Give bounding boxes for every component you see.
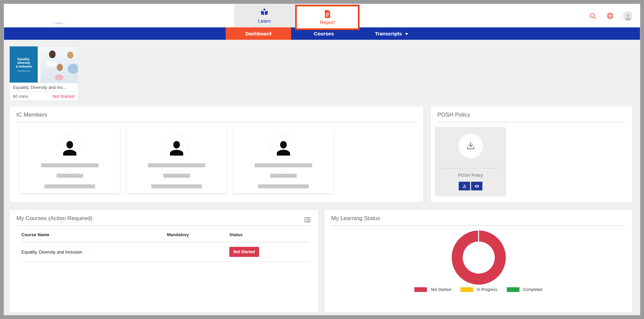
search-icon[interactable] <box>588 11 597 20</box>
placeholder-divider <box>64 171 75 172</box>
logo-placeholder <box>52 22 66 24</box>
course-card-title: Equality, Diversity and Inc... <box>10 83 78 92</box>
donut-hole <box>463 242 495 274</box>
placeholder-bar <box>163 174 190 178</box>
legend-item-in-progress: In Progress <box>460 287 497 292</box>
thumb-title-line1: Equality, Diversity <box>11 57 36 65</box>
ic-members-title: IC Members <box>10 106 423 122</box>
person-silhouette-icon <box>271 134 296 158</box>
tab-learn-label: Learn <box>258 18 271 24</box>
panel-divider <box>437 122 626 122</box>
placeholder-bar <box>270 174 297 178</box>
status-badge: Not Started <box>229 247 259 257</box>
posh-policy-panel: POSH Policy POSH Policy <box>430 106 633 202</box>
placeholder-divider <box>171 171 182 172</box>
thumb-title-line2: & Inclusion <box>16 65 32 68</box>
course-status-text: Not Started <box>52 92 74 101</box>
nav-transcripts-label: Transcripts <box>375 31 402 36</box>
course-thumbnail-title-block: Equality, Diversity & Inclusion eLearnin… <box>10 46 38 83</box>
legend-swatch-green <box>507 287 519 292</box>
report-document-icon <box>324 10 331 18</box>
download-circle-icon <box>458 133 483 159</box>
person-silhouette-icon <box>164 134 189 158</box>
posh-policy-card: POSH Policy <box>435 127 506 196</box>
legend-swatch-yellow <box>460 287 473 292</box>
table-row[interactable]: Equality, Diversity and Inclusion Not St… <box>10 242 318 262</box>
course-card-meta: 60 mins Not Started <box>10 92 78 101</box>
learning-status-title: My Learning Status <box>325 210 632 225</box>
learn-book-icon <box>260 8 269 17</box>
cell-course-name: Equality, Diversity and Inclusion <box>10 250 167 255</box>
panel-divider <box>16 225 311 226</box>
list-view-icon[interactable] <box>303 216 311 224</box>
table-row-divider <box>21 262 310 262</box>
course-thumbnail: Equality, Diversity & Inclusion eLearnin… <box>10 46 78 83</box>
course-duration: 60 mins <box>13 92 28 101</box>
column-course-name: Course Name <box>10 232 167 237</box>
placeholder-bar <box>151 184 202 188</box>
member-card <box>126 127 227 193</box>
placeholder-bar <box>258 184 309 188</box>
legend-label: Not Started <box>431 287 451 292</box>
person-silhouette-icon <box>57 134 82 158</box>
legend-item-completed: Completed <box>507 287 543 292</box>
download-button[interactable] <box>459 182 470 190</box>
tab-report-label: Report <box>320 19 335 25</box>
course-card[interactable]: Equality, Diversity & Inclusion eLearnin… <box>9 46 78 101</box>
posh-file-label: POSH Policy <box>458 173 483 178</box>
posh-buttons <box>459 182 482 190</box>
header-actions <box>588 4 633 27</box>
view-button[interactable] <box>471 182 482 190</box>
nav-dashboard-label: Dashboard <box>245 31 271 36</box>
learning-status-panel: My Learning Status Not Started In Progre… <box>324 209 633 313</box>
chart-legend: Not Started In Progress Completed <box>325 287 632 292</box>
placeholder-bar <box>41 163 98 167</box>
course-thumbnail-photo <box>40 46 78 83</box>
donut-chart <box>452 230 506 285</box>
placeholder-bar <box>44 184 95 188</box>
my-courses-title: My Courses (Action Required) <box>10 210 318 225</box>
nav-item-transcripts[interactable]: Transcripts <box>357 27 427 40</box>
member-card <box>233 127 334 193</box>
table-header-row: Course Name Mandatory Status <box>10 229 318 240</box>
legend-item-not-started: Not Started <box>414 287 451 292</box>
placeholder-bar <box>255 163 312 167</box>
thumb-subtitle: eLearning course <box>17 70 30 72</box>
nav-courses-label: Courses <box>314 31 334 36</box>
legend-label: In Progress <box>477 287 497 292</box>
panel-divider <box>16 122 417 122</box>
legend-swatch-red <box>414 287 427 292</box>
placeholder-bar <box>148 163 205 167</box>
tab-learn[interactable]: Learn <box>234 4 295 27</box>
posh-policy-title: POSH Policy <box>431 106 632 122</box>
user-avatar[interactable] <box>623 11 633 21</box>
posh-card-divider <box>441 168 500 168</box>
courses-table: Course Name Mandatory Status Equality, D… <box>10 229 318 262</box>
nav-item-dashboard[interactable]: Dashboard <box>226 27 291 40</box>
app-window: Learn Report <box>4 4 640 315</box>
thumb-page-spine <box>38 48 40 81</box>
tab-report-highlighted[interactable]: Report <box>295 5 360 30</box>
legend-label: Completed <box>523 287 543 292</box>
cell-status: Not Started <box>229 247 318 257</box>
globe-icon[interactable] <box>606 11 614 20</box>
member-card <box>19 127 120 193</box>
chevron-down-icon <box>405 33 408 35</box>
donut-slice-gap <box>478 230 479 242</box>
panel-divider <box>331 225 626 226</box>
column-mandatory: Mandatory <box>167 232 229 237</box>
top-header: Learn Report <box>4 4 640 27</box>
column-status: Status <box>229 232 318 237</box>
my-courses-panel: My Courses (Action Required) Course Name… <box>9 209 318 313</box>
ic-members-panel: IC Members <box>9 106 424 202</box>
placeholder-bar <box>56 174 83 178</box>
placeholder-divider <box>278 171 289 172</box>
members-row <box>19 127 334 193</box>
